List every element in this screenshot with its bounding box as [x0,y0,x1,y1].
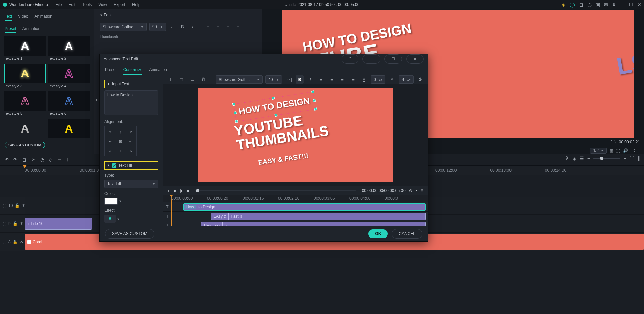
modal-size-select[interactable]: 40▼ [265,75,282,84]
window-maximize-icon[interactable]: ☐ [629,2,633,7]
italic-icon[interactable]: I [189,23,196,31]
bold-icon[interactable]: B [296,75,304,84]
fill-color-swatch[interactable] [104,198,118,205]
download-icon[interactable]: ⬇ [612,2,616,7]
modal-font-select[interactable]: Showcard Gothic▼ [216,75,263,84]
subtab-animation[interactable]: Animation [22,25,40,33]
align-br[interactable]: ↘ [126,147,135,155]
speed-icon[interactable]: ◔ [40,157,44,162]
menu-edit[interactable]: Edit [65,2,79,7]
mixer-icon[interactable]: ⫴ [66,157,68,163]
headphones-icon[interactable]: ◯ [570,2,575,7]
preset-3[interactable]: AText style 3 [4,64,46,89]
cut-icon[interactable]: ✂ [32,157,36,162]
dialog-close-icon[interactable]: ✕ [406,54,424,64]
spacing-icon[interactable]: |↔| [169,23,176,31]
mark-out-icon[interactable]: } [615,140,616,144]
preset-8[interactable]: A [48,119,90,138]
modal-save-custom-button[interactable]: SAVE AS CUSTOM [105,229,154,239]
align-tc[interactable]: ↑ [116,128,125,136]
lock-icon[interactable]: 🔓 [13,240,18,244]
align-right-icon[interactable]: ≡ [224,23,232,31]
preset-1[interactable]: AText style 1 [4,36,46,62]
spacing-icon[interactable]: |↔| [285,75,293,84]
progress-bar[interactable] [195,190,356,191]
bulb-icon[interactable]: ◈ [562,2,566,7]
prev-frame-icon[interactable]: ◂| [167,188,170,193]
crop-icon[interactable]: ◇ [49,157,53,162]
modal-clip-3[interactable]: Thumbnails [201,222,426,226]
quality-icon[interactable]: ▦ [609,148,613,153]
window-close-icon[interactable]: ✕ [637,2,641,7]
delete-icon[interactable]: 🗑 [199,75,207,84]
align-left-icon[interactable]: ≡ [204,23,212,31]
zoom-out-icon[interactable]: ⊖ [409,188,412,193]
settings-icon[interactable]: ⚙ [416,75,424,84]
tab-text[interactable]: Text [5,13,12,21]
text-color-icon[interactable]: A [360,75,368,84]
modal-clip-2[interactable]: EAsy &Fast!!! [211,213,426,220]
tab-animation[interactable]: Animation [35,13,52,21]
visibility-icon[interactable]: 👁 [20,221,24,226]
modal-clip-1[interactable]: Howto Design [183,203,426,211]
italic-icon[interactable]: I [306,75,314,84]
timeline-snap-icon[interactable]: ‖ [638,156,640,161]
lock-icon[interactable]: 🔓 [15,203,20,208]
save-icon[interactable]: ▣ [596,2,600,7]
align-bc[interactable]: ↓ [116,147,125,155]
save-as-custom-button[interactable]: SAVE AS CUSTOM [5,142,45,148]
delete-icon[interactable]: 🗑 [22,157,27,162]
menu-file[interactable]: File [52,2,65,7]
modal-num1[interactable]: 0▴▾ [371,75,385,84]
line-height-icon[interactable]: |A| [388,75,396,84]
menu-help[interactable]: Help [129,2,144,7]
preset-4[interactable]: AText style 4 [48,64,90,89]
align-left-icon[interactable]: ≡ [317,75,325,84]
help-icon[interactable]: ? [342,54,358,64]
stop-icon[interactable]: ■ [186,188,189,193]
align-center-icon[interactable]: ≡ [328,75,336,84]
add-shape-icon[interactable]: ◻ [177,75,185,84]
menu-view[interactable]: View [95,2,110,7]
preset-5[interactable]: AText style 5 [4,91,46,117]
track-manage-icon[interactable]: ☰ [580,156,584,161]
align-center-icon[interactable]: ≡ [214,23,222,31]
color-icon[interactable]: ▭ [57,157,62,162]
section-input-text[interactable]: ▼Input Text [104,80,158,88]
zoom-out-icon[interactable]: − [587,156,590,161]
align-mr[interactable]: → [126,137,135,145]
zoom-in-icon[interactable]: ⊕ [420,188,424,193]
mark-in-icon[interactable]: { [611,140,612,144]
menu-tools[interactable]: Tools [79,2,95,7]
dialog-maximize-icon[interactable]: ☐ [384,54,402,64]
zoom-select[interactable]: 1/2▼ [590,148,607,154]
preset-7[interactable]: A [4,119,46,138]
align-tr[interactable]: ↗ [126,128,135,136]
chevron-down-icon[interactable]: ▼ [117,218,120,221]
chevron-down-icon[interactable]: ▼ [119,200,122,203]
trash-icon[interactable]: 🗑 [579,2,584,7]
section-text-fill[interactable]: ▼Text Fill [104,161,158,170]
collapse-caret-icon[interactable]: ◂ [95,97,97,102]
zoom-dot-icon[interactable]: • [416,188,417,193]
font-size-select[interactable]: 90▼ [149,23,166,31]
align-ml[interactable]: ← [106,137,115,145]
align-tl[interactable]: ↖ [106,128,115,136]
modal-tab-preset[interactable]: Preset [105,65,117,75]
next-frame-icon[interactable]: |▸ [180,188,183,193]
modal-ok-button[interactable]: OK [368,229,388,238]
lock-icon[interactable]: 🔓 [13,221,18,226]
add-text-icon[interactable]: T [167,75,175,84]
subtab-preset[interactable]: Preset [5,25,16,33]
snapshot-icon[interactable]: ◯ [616,148,620,153]
add-image-icon[interactable]: ▭ [188,75,196,84]
redo-icon[interactable]: ↷ [13,157,17,162]
clip-title-10[interactable]: TTitle 10 [25,218,92,230]
text-fill-checkbox[interactable] [112,163,116,168]
align-mc[interactable]: ⊡ [116,137,125,145]
preset-2[interactable]: AText style 2 [48,36,90,62]
play-icon[interactable]: ▶ [174,188,177,193]
modal-tab-animation[interactable]: Animation [149,65,167,75]
marker-icon[interactable]: ◈ [573,156,576,161]
fill-type-select[interactable]: Text Fill▼ [104,180,158,188]
